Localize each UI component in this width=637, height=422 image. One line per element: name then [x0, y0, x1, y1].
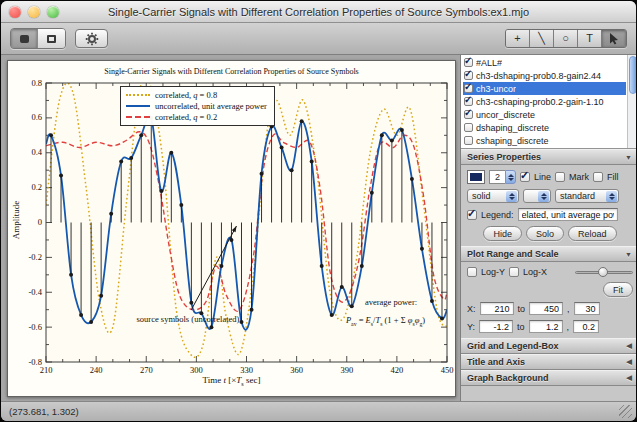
series-visibility-checkbox[interactable] — [464, 71, 473, 80]
color-swatch — [470, 173, 482, 181]
x-tick-labels: 210240270300330360390420450 — [40, 365, 454, 375]
window-controls — [9, 6, 59, 18]
oval-icon: ○ — [562, 33, 569, 44]
line-width-stepper[interactable]: 2 — [489, 170, 516, 184]
outline-square-icon — [47, 35, 56, 43]
series-list[interactable]: #ALL#ch3-dshaping-prob0.8-gain2.44ch3-un… — [461, 55, 636, 149]
outline-view-button[interactable] — [38, 29, 65, 48]
series-visibility-checkbox[interactable] — [464, 123, 473, 132]
fit-button[interactable]: Fit — [603, 282, 633, 297]
reload-button[interactable]: Reload — [568, 226, 617, 241]
legend-checkbox-label: Legend: — [481, 210, 514, 220]
series-list-item[interactable]: #ALL# — [463, 56, 626, 69]
oval-tool-button[interactable]: ○ — [554, 30, 578, 47]
svg-text:-0.2: -0.2 — [29, 252, 42, 262]
series-list-item[interactable]: ch3-uncor — [463, 82, 626, 95]
series-visibility-checkbox[interactable] — [464, 110, 473, 119]
mark-style-popup[interactable] — [523, 189, 551, 203]
series-visibility-checkbox[interactable] — [464, 58, 473, 67]
legend-line-sample — [126, 94, 150, 96]
svg-text:0.6: 0.6 — [31, 112, 42, 122]
x-to-field[interactable] — [529, 302, 563, 315]
x-range-label: X: — [467, 304, 476, 314]
cursor-tool-button[interactable] — [602, 30, 626, 47]
svg-text:0.2: 0.2 — [31, 182, 42, 192]
plot-panel[interactable]: 2102402703003303603904204500.80.60.40.20… — [7, 60, 456, 397]
zoom-button[interactable] — [47, 6, 59, 18]
app-window: Single-Carrier Signals with Different Co… — [1, 1, 636, 421]
legend-text-field[interactable] — [518, 208, 618, 221]
plot-range-body: Log-Y Log-X Fit X: to — [461, 262, 636, 338]
plot-legend[interactable]: correlated, q = 0.8uncorrelated, unit av… — [120, 86, 275, 126]
legend-entry-label: uncorrelated, unit average power — [155, 101, 267, 111]
y-step-field[interactable] — [573, 320, 599, 333]
series-list-scrollbar[interactable] — [627, 55, 636, 148]
filled-view-button[interactable] — [11, 29, 38, 48]
plot-title: Single-Carrier Signals with Different Co… — [8, 67, 455, 76]
svg-text:0.8: 0.8 — [31, 78, 42, 88]
fill-checkbox[interactable] — [593, 172, 603, 182]
mark-checkbox[interactable] — [555, 172, 565, 182]
comma-label: , — [567, 322, 570, 332]
series-visibility-checkbox[interactable] — [464, 136, 473, 145]
x-step-field[interactable] — [574, 302, 600, 315]
series-list-item[interactable]: ch3-cshaping-prob0.2-gain-1.10 — [463, 95, 626, 108]
statusbar: (273.681, 1.302) — [1, 401, 636, 421]
y-range-label: Y: — [467, 322, 475, 332]
svg-text:210: 210 — [40, 365, 53, 375]
svg-text:-0.4: -0.4 — [29, 287, 43, 297]
solo-button[interactable]: Solo — [526, 226, 564, 241]
disclosure-triangle-icon[interactable]: ◀ — [627, 358, 632, 366]
line-tool-button[interactable]: ╲ — [530, 30, 554, 47]
line-checkbox[interactable] — [520, 172, 530, 182]
log-y-label: Log-Y — [481, 267, 505, 277]
series-visibility-checkbox[interactable] — [464, 84, 473, 93]
section-header-title-axis[interactable]: Title and Axis ◀ — [461, 354, 636, 370]
svg-text:-0.6: -0.6 — [29, 322, 42, 332]
add-annotation-tool-button[interactable]: + — [506, 30, 530, 47]
close-button[interactable] — [9, 6, 21, 18]
log-y-checkbox[interactable] — [467, 267, 477, 277]
section-header-graph-background[interactable]: Graph Background ◀ — [461, 370, 636, 386]
svg-text:270: 270 — [140, 365, 153, 375]
section-header-grid-legend-box[interactable]: Grid and Legend-Box ◀ — [461, 338, 636, 354]
disclosure-triangle-icon[interactable]: ▼ — [625, 154, 632, 161]
fill-checkbox-label: Fill — [607, 172, 619, 182]
series-list-item[interactable]: cshaping_discrete — [463, 134, 626, 147]
series-name-label: uncor_discrete — [476, 110, 535, 120]
popup-arrows-icon — [538, 191, 549, 202]
slider-knob[interactable] — [598, 267, 608, 277]
section-header-series-properties[interactable]: Series Properties ▼ — [461, 149, 636, 165]
section-title: Title and Axis — [467, 357, 525, 367]
series-name-label: ch3-dshaping-prob0.8-gain2.44 — [476, 71, 601, 81]
resize-grip[interactable] — [619, 405, 632, 418]
legend-checkbox[interactable] — [467, 210, 477, 220]
minimize-button[interactable] — [28, 6, 40, 18]
y-to-field[interactable] — [529, 320, 563, 333]
disclosure-triangle-icon[interactable]: ▼ — [625, 251, 632, 258]
disclosure-triangle-icon[interactable]: ◀ — [627, 342, 632, 350]
svg-text:360: 360 — [290, 365, 303, 375]
series-visibility-checkbox[interactable] — [464, 97, 473, 106]
series-list-item[interactable]: uncor_discrete — [463, 108, 626, 121]
series-properties-body: 2 Line Mark Fill solid — [461, 165, 636, 246]
y-from-field[interactable] — [479, 320, 513, 333]
text-tool-button[interactable]: T — [578, 30, 602, 47]
zoom-slider[interactable] — [575, 267, 633, 279]
to-label: to — [518, 304, 526, 314]
log-x-checkbox[interactable] — [509, 267, 519, 277]
x-from-field[interactable] — [480, 302, 514, 315]
series-color-well[interactable] — [467, 170, 485, 184]
series-list-item[interactable]: ch3-dshaping-prob0.8-gain2.44 — [463, 69, 626, 82]
disclosure-triangle-icon[interactable]: ◀ — [627, 374, 632, 382]
scrollbar-thumb[interactable] — [629, 56, 636, 94]
titlebar[interactable]: Single-Carrier Signals with Different Co… — [1, 1, 636, 23]
settings-button[interactable] — [75, 29, 108, 48]
series-list-item[interactable]: dshaping_discrete — [463, 121, 626, 134]
line-style-popup[interactable]: solid — [467, 189, 519, 203]
hide-button[interactable]: Hide — [483, 226, 522, 241]
section-header-plot-range[interactable]: Plot Range and Scale ▼ — [461, 246, 636, 262]
stepper-arrows-icon[interactable] — [505, 170, 516, 184]
average-power-formula: Pav = Es/Ts (1 + Σ φsφg) — [318, 315, 453, 327]
fill-style-popup[interactable]: standard — [555, 189, 619, 203]
